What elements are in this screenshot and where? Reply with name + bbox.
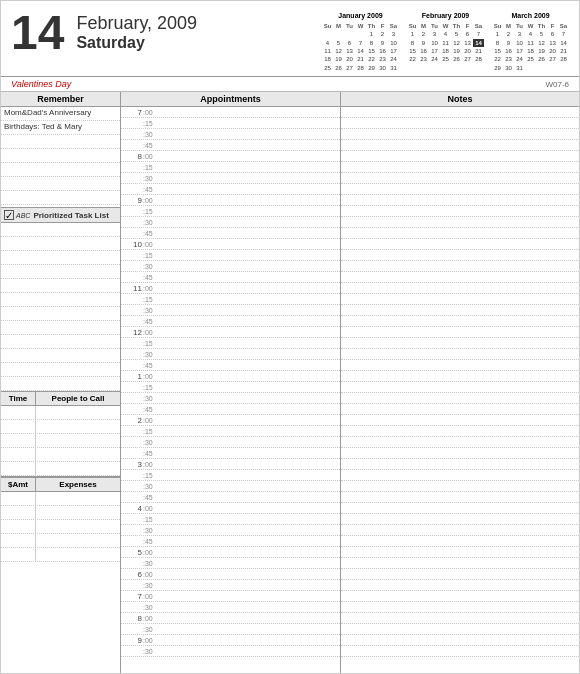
notes-line[interactable] <box>341 448 579 459</box>
appointment-field[interactable] <box>159 602 340 612</box>
notes-line[interactable] <box>341 426 579 437</box>
appt-row-9-15[interactable]: :15 <box>121 206 340 217</box>
appointment-field[interactable] <box>159 173 340 183</box>
appointment-field[interactable] <box>159 646 340 656</box>
task-line-3[interactable] <box>1 251 120 265</box>
remember-line-5[interactable] <box>1 163 120 177</box>
appt-row-12-00[interactable]: 12:00 <box>121 327 340 338</box>
notes-line[interactable] <box>341 536 579 547</box>
notes-line[interactable] <box>341 569 579 580</box>
appointment-field[interactable] <box>159 162 340 172</box>
appt-row-9-30[interactable]: :30 <box>121 217 340 228</box>
remember-line-7[interactable] <box>1 191 120 205</box>
people-time-2[interactable] <box>1 420 36 433</box>
appointment-field[interactable] <box>159 107 340 117</box>
notes-line[interactable] <box>341 173 579 184</box>
appointment-field[interactable] <box>159 613 340 623</box>
notes-line[interactable] <box>341 382 579 393</box>
notes-line[interactable] <box>341 371 579 382</box>
notes-line[interactable] <box>341 107 579 118</box>
remember-line-4[interactable] <box>1 149 120 163</box>
notes-line[interactable] <box>341 349 579 360</box>
people-row-4[interactable] <box>1 448 120 462</box>
appt-row-5-30[interactable]: :30 <box>121 558 340 569</box>
notes-line[interactable] <box>341 470 579 481</box>
appointment-field[interactable] <box>159 272 340 282</box>
task-line-4[interactable] <box>1 265 120 279</box>
exp-desc-1[interactable] <box>36 492 120 505</box>
task-line-8[interactable] <box>1 321 120 335</box>
appt-row-6-00[interactable]: 6:00 <box>121 569 340 580</box>
remember-line-1[interactable]: Mom&Dad's Anniversary <box>1 107 120 121</box>
appt-row-7-30[interactable]: :30 <box>121 129 340 140</box>
appt-row-3-30[interactable]: :30 <box>121 481 340 492</box>
notes-line[interactable] <box>341 195 579 206</box>
appointment-field[interactable] <box>159 437 340 447</box>
notes-line[interactable] <box>341 217 579 228</box>
appt-row-4-15[interactable]: :15 <box>121 514 340 525</box>
exp-row-5[interactable] <box>1 548 120 562</box>
appointment-field[interactable] <box>159 261 340 271</box>
appointment-field[interactable] <box>159 327 340 337</box>
appt-row-11-30[interactable]: :30 <box>121 305 340 316</box>
appointment-field[interactable] <box>159 140 340 150</box>
appt-row-9-00[interactable]: 9:00 <box>121 635 340 646</box>
appointment-field[interactable] <box>159 525 340 535</box>
appt-row-3-00[interactable]: 3:00 <box>121 459 340 470</box>
appt-row-2-00[interactable]: 2:00 <box>121 415 340 426</box>
appt-row-1-15[interactable]: :15 <box>121 382 340 393</box>
appointment-field[interactable] <box>159 503 340 513</box>
notes-line[interactable] <box>341 635 579 646</box>
appt-row-3-15[interactable]: :15 <box>121 470 340 481</box>
exp-amt-2[interactable] <box>1 506 36 519</box>
notes-line[interactable] <box>341 404 579 415</box>
notes-line[interactable] <box>341 140 579 151</box>
appt-row-2-30[interactable]: :30 <box>121 437 340 448</box>
appt-row-10-45[interactable]: :45 <box>121 272 340 283</box>
appointment-field[interactable] <box>159 547 340 557</box>
exp-amt-1[interactable] <box>1 492 36 505</box>
task-line-12[interactable] <box>1 377 120 391</box>
appointment-field[interactable] <box>159 481 340 491</box>
notes-line[interactable] <box>341 316 579 327</box>
appt-row-4-30[interactable]: :30 <box>121 525 340 536</box>
appt-row-8-15[interactable]: :15 <box>121 162 340 173</box>
notes-line[interactable] <box>341 129 579 140</box>
appointment-field[interactable] <box>159 239 340 249</box>
exp-amt-5[interactable] <box>1 548 36 561</box>
notes-line[interactable] <box>341 591 579 602</box>
notes-line[interactable] <box>341 580 579 591</box>
appointment-field[interactable] <box>159 250 340 260</box>
appointment-field[interactable] <box>159 206 340 216</box>
people-name-4[interactable] <box>36 448 120 461</box>
people-name-5[interactable] <box>36 462 120 475</box>
appointment-field[interactable] <box>159 404 340 414</box>
notes-line[interactable] <box>341 525 579 536</box>
appointment-field[interactable] <box>159 569 340 579</box>
notes-line[interactable] <box>341 393 579 404</box>
appt-row-7-00[interactable]: 7:00 <box>121 107 340 118</box>
exp-amt-3[interactable] <box>1 520 36 533</box>
notes-line[interactable] <box>341 624 579 635</box>
appointment-field[interactable] <box>159 228 340 238</box>
appt-row-12-15[interactable]: :15 <box>121 338 340 349</box>
people-name-3[interactable] <box>36 434 120 447</box>
notes-line[interactable] <box>341 514 579 525</box>
appt-row-4-45[interactable]: :45 <box>121 536 340 547</box>
appointment-field[interactable] <box>159 514 340 524</box>
appointment-field[interactable] <box>159 294 340 304</box>
appointment-field[interactable] <box>159 129 340 139</box>
task-checkbox-icon[interactable]: ✓ <box>4 210 14 220</box>
appointment-field[interactable] <box>159 492 340 502</box>
appointment-field[interactable] <box>159 217 340 227</box>
appointment-field[interactable] <box>159 382 340 392</box>
notes-line[interactable] <box>341 613 579 624</box>
people-row-3[interactable] <box>1 434 120 448</box>
notes-line[interactable] <box>341 250 579 261</box>
appointment-field[interactable] <box>159 118 340 128</box>
task-line-7[interactable] <box>1 307 120 321</box>
exp-desc-5[interactable] <box>36 548 120 561</box>
people-row-5[interactable] <box>1 462 120 476</box>
remember-line-3[interactable] <box>1 135 120 149</box>
notes-line[interactable] <box>341 503 579 514</box>
